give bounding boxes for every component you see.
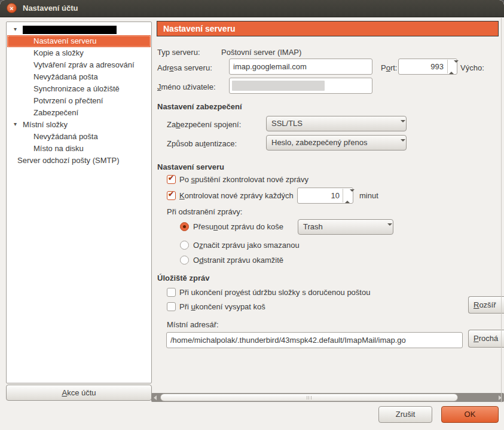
- browse-button[interactable]: Prochá: [468, 330, 504, 348]
- panel-title: Nastavení serveru: [157, 21, 499, 36]
- spin-up-icon[interactable]: [345, 192, 350, 203]
- radio-mark-deleted[interactable]: [180, 241, 189, 250]
- tree-item-local-folders[interactable]: ▾ Místní složky: [7, 119, 151, 131]
- combo-arrows-icon: [383, 223, 388, 231]
- empty-trash-checkbox[interactable]: [167, 302, 176, 311]
- port-spinner-separator: [447, 60, 448, 73]
- tree-item-composition[interactable]: Vytváření zpráv a adresování: [7, 59, 151, 71]
- server-type-label: Typ serveru:: [157, 47, 200, 57]
- check-icon: ✔: [168, 174, 174, 182]
- trash-folder-select[interactable]: Trash: [298, 219, 393, 235]
- check-interval-checkbox[interactable]: ✔: [167, 191, 176, 200]
- close-icon: ×: [10, 5, 13, 12]
- port-spinner[interactable]: [449, 63, 454, 70]
- compact-inbox-label: Při ukončení provést údržbu složky s dor…: [179, 287, 370, 297]
- tree-item-account[interactable]: ▾: [7, 24, 151, 36]
- redacted-account-name: [23, 26, 117, 34]
- spin-up-icon[interactable]: [449, 63, 454, 74]
- interval-spinner[interactable]: [345, 192, 350, 199]
- account-settings-dialog: × Nastavení účtu ▾ Nastavení serveru Kop…: [0, 0, 504, 430]
- local-directory-label: Místní adresář:: [167, 320, 219, 330]
- empty-trash-label: Při ukončení vysypat koš: [179, 302, 265, 312]
- tree-item-server-settings[interactable]: Nastavení serveru: [7, 35, 151, 47]
- panel-edge: [501, 18, 502, 403]
- radio-remove-immediately-label: Odstranit zprávu okamžitě: [193, 255, 283, 265]
- radio-remove-immediately[interactable]: [180, 256, 189, 265]
- expander-icon[interactable]: ▾: [14, 119, 17, 130]
- scrollbar-grip: [307, 396, 311, 400]
- tree-item-security[interactable]: Zabezpečení: [7, 107, 151, 119]
- cancel-button[interactable]: Zrušit: [378, 406, 432, 423]
- connection-security-select[interactable]: SSL/TLS: [266, 116, 407, 131]
- server-section-title: Nastavení serveru: [157, 162, 224, 172]
- tree-item-return-receipts[interactable]: Potvrzení o přečtení: [7, 95, 151, 107]
- radio-move-to-trash[interactable]: [180, 222, 189, 231]
- tree-item-smtp[interactable]: Server odchozí pošty (SMTP): [7, 155, 151, 167]
- titlebar: × Nastavení účtu: [0, 0, 504, 17]
- close-button[interactable]: ×: [7, 3, 17, 13]
- spin-down-icon[interactable]: [350, 189, 355, 201]
- default-port-label: Výcho:: [460, 63, 484, 73]
- redacted-username: [232, 81, 325, 91]
- security-section-title: Nastavení zabezpečení: [157, 102, 242, 112]
- server-address-label: Adresa serveru:: [157, 63, 212, 73]
- account-actions-button[interactable]: Akce účtu: [6, 385, 152, 401]
- connection-security-label: Zabezpečení spojení:: [167, 119, 241, 130]
- check-interval-label: Kontrolovat nové zprávy každých: [179, 191, 294, 201]
- check-on-startup-label: Po spuštění zkontrolovat nové zprávy: [179, 174, 308, 185]
- server-address-input[interactable]: [229, 59, 372, 75]
- auth-method-label: Způsob autentizace:: [167, 139, 237, 149]
- combo-arrows-icon: [396, 120, 401, 128]
- minutes-label: minut: [359, 191, 378, 201]
- tree-item-sync-storage[interactable]: Synchronizace a úložiště: [7, 83, 151, 95]
- radio-mark-deleted-label: Označit zprávu jako smazanou: [193, 240, 300, 250]
- server-type-value: Poštovní server (IMAP): [221, 47, 301, 57]
- tree-item-local-junk[interactable]: Nevyžádaná pošta: [7, 131, 151, 143]
- radio-move-to-trash-label: Přesunout zprávu do koše: [193, 222, 283, 232]
- username-label: Jméno uživatele:: [157, 82, 216, 92]
- scrollbar-thumb[interactable]: [160, 394, 458, 401]
- tree-item-copies-folders[interactable]: Kopie a složky: [7, 47, 151, 59]
- compact-inbox-checkbox[interactable]: [167, 288, 176, 297]
- horizontal-scrollbar[interactable]: [151, 393, 504, 402]
- window-title: Nastavení účtu: [23, 4, 78, 13]
- combo-arrows-icon: [396, 139, 401, 147]
- storage-section-title: Úložiště zpráv: [157, 273, 209, 283]
- on-delete-label: Při odstranění zprávy:: [167, 207, 242, 217]
- expander-icon[interactable]: ▾: [14, 24, 17, 35]
- ok-button[interactable]: OK: [441, 406, 499, 423]
- local-directory-input[interactable]: [166, 332, 463, 348]
- advanced-button[interactable]: Rozšíř: [468, 296, 504, 314]
- check-on-startup-checkbox[interactable]: ✔: [167, 175, 176, 184]
- scroll-left-icon[interactable]: [154, 395, 157, 400]
- interval-spinner-separator: [343, 189, 343, 202]
- tree-item-disk-space[interactable]: Místo na disku: [7, 143, 151, 155]
- spin-down-icon[interactable]: [454, 60, 459, 72]
- tree-item-junk[interactable]: Nevyžádaná pošta: [7, 71, 151, 83]
- settings-tree: ▾ Nastavení serveru Kopie a složky Vytvá…: [6, 22, 152, 383]
- port-label: Port:: [381, 63, 397, 73]
- check-icon: ✔: [168, 190, 174, 198]
- auth-method-select[interactable]: Heslo, zabezpečený přenos: [266, 135, 407, 150]
